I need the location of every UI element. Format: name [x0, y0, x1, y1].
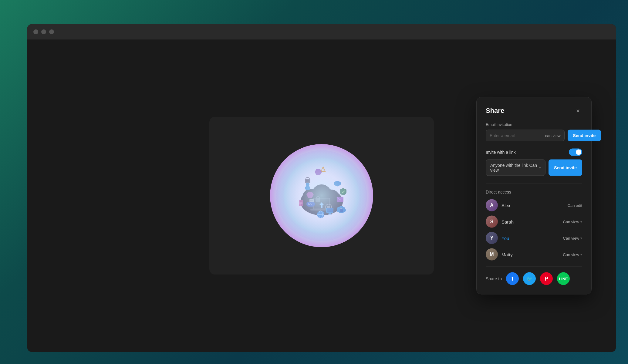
- svg-rect-31: [328, 214, 332, 214]
- link-access-select[interactable]: Anyone with the link Can view ▾: [486, 160, 545, 176]
- can-view-label: can view: [545, 133, 561, 138]
- cloud-svg: !: [276, 150, 367, 241]
- svg-rect-37: [337, 197, 343, 202]
- invite-link-label: Invite with a link: [486, 150, 516, 155]
- user-name-you: You: [501, 235, 559, 241]
- user-name-sarah: Sarah: [501, 219, 559, 224]
- svg-text:b/s: b/s: [308, 203, 312, 206]
- avatar: A: [486, 199, 498, 211]
- user-list: A Alex Can edit S Sarah Can view ▾ Y You…: [486, 199, 582, 261]
- line-share-button[interactable]: LINE: [557, 272, 570, 285]
- share-header: Share ×: [486, 106, 582, 115]
- svg-rect-29: [327, 208, 333, 212]
- svg-point-2: [312, 184, 331, 204]
- svg-point-25: [317, 211, 324, 218]
- svg-marker-7: [319, 202, 324, 208]
- svg-point-34: [339, 206, 343, 210]
- share-panel: Share × Email invitation can view Send i…: [476, 97, 592, 295]
- divider-2: [486, 267, 582, 267]
- table-row: Y You Can view ▾: [486, 232, 582, 244]
- send-invite-email-button[interactable]: Send invite: [568, 130, 601, 141]
- svg-point-33: [337, 207, 341, 211]
- facebook-share-button[interactable]: f: [506, 272, 519, 285]
- table-row: M Matty Can view ▾: [486, 248, 582, 261]
- pinterest-share-button[interactable]: P: [540, 272, 553, 285]
- svg-rect-36: [340, 209, 343, 212]
- svg-marker-19: [315, 169, 322, 175]
- avatar: Y: [486, 232, 498, 244]
- svg-rect-40: [299, 200, 303, 206]
- share-title: Share: [486, 107, 504, 115]
- titlebar-dot-red: [33, 29, 38, 34]
- user-access-matty[interactable]: Can view ▾: [563, 252, 582, 257]
- app-window: !: [27, 24, 616, 352]
- avatar: S: [486, 216, 498, 228]
- svg-rect-30: [329, 213, 331, 214]
- svg-point-0: [300, 188, 343, 215]
- invite-link-row: Invite with a link: [486, 149, 582, 156]
- user-access-alex: Can edit: [568, 203, 582, 207]
- svg-point-32: [337, 207, 346, 213]
- svg-point-1: [302, 189, 319, 206]
- svg-rect-28: [326, 208, 333, 213]
- svg-point-35: [342, 207, 345, 210]
- user-name-alex: Alex: [501, 203, 564, 208]
- svg-text:!: !: [323, 168, 324, 171]
- svg-rect-6: [310, 209, 333, 211]
- share-to-label: Share to: [486, 276, 502, 281]
- svg-rect-17: [305, 179, 310, 183]
- svg-rect-11: [309, 199, 314, 205]
- table-row: S Sarah Can view ▾: [486, 216, 582, 228]
- svg-rect-10: [316, 198, 320, 202]
- svg-point-26: [319, 211, 322, 218]
- email-section-label: Email invitation: [486, 122, 582, 127]
- direct-access-label: Direct access: [486, 190, 582, 194]
- titlebar-dot-yellow: [41, 29, 46, 34]
- email-input[interactable]: [490, 130, 543, 141]
- svg-point-21: [306, 183, 309, 186]
- user-name-matty: Matty: [501, 252, 559, 257]
- divider-1: [486, 183, 582, 184]
- avatar: M: [486, 248, 498, 261]
- svg-point-23: [334, 181, 341, 186]
- preview-box: !: [209, 117, 434, 275]
- user-access-sarah[interactable]: Can view ▾: [563, 219, 582, 224]
- svg-marker-20: [306, 192, 314, 198]
- email-input-wrapper: can view: [486, 130, 565, 141]
- svg-rect-38: [306, 202, 315, 207]
- content-area: !: [27, 39, 616, 352]
- titlebar: [27, 24, 616, 39]
- svg-point-22: [305, 186, 310, 190]
- send-invite-link-button[interactable]: Send invite: [549, 160, 582, 176]
- svg-rect-18: [306, 180, 309, 182]
- close-button[interactable]: ×: [574, 106, 582, 115]
- svg-point-8: [326, 204, 332, 210]
- svg-rect-5: [314, 199, 329, 208]
- email-row: can view Send invite: [486, 130, 582, 141]
- table-row: A Alex Can edit: [486, 199, 582, 211]
- link-access-row: Anyone with the link Can view ▾ Send inv…: [486, 160, 582, 176]
- svg-point-3: [324, 190, 339, 205]
- titlebar-dot-green: [49, 29, 54, 34]
- svg-marker-24: [336, 185, 339, 187]
- cloud-orb: !: [270, 144, 373, 247]
- user-access-you[interactable]: Can view ▾: [563, 236, 582, 240]
- svg-marker-15: [321, 167, 325, 171]
- invite-link-toggle[interactable]: [569, 149, 582, 156]
- twitter-share-button[interactable]: 🐦: [523, 272, 536, 285]
- link-access-value: Anyone with the link Can view: [490, 163, 539, 173]
- svg-rect-4: [313, 198, 330, 209]
- cloud-illustration: !: [270, 144, 373, 247]
- svg-point-9: [327, 206, 330, 209]
- share-to-row: Share to f 🐦 P LINE: [486, 272, 582, 285]
- chevron-down-icon: ▾: [539, 166, 541, 170]
